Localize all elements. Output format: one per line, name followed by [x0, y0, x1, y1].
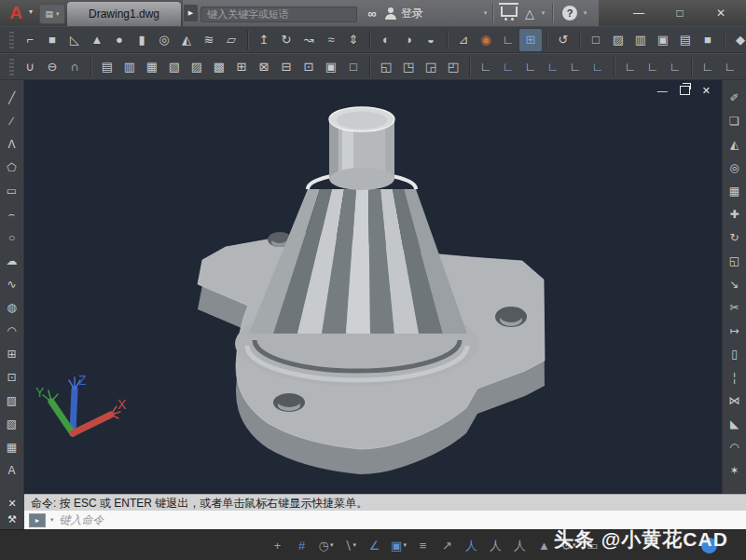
break-icon[interactable]: ▯ [725, 344, 745, 364]
help-caret-icon[interactable]: ▾ [580, 0, 589, 26]
lineweight-icon[interactable]: ≡ [412, 535, 434, 555]
construction-line-icon[interactable]: ∕ [2, 111, 22, 131]
wedge-icon[interactable]: ◺ [63, 29, 86, 51]
polyline-icon[interactable]: Λ [2, 134, 22, 155]
ortho-mode-icon[interactable]: ∖▾ [339, 535, 361, 555]
presspull-icon[interactable]: ⇕ [342, 29, 365, 51]
object-snap-caret-icon[interactable]: ▾ [403, 541, 407, 549]
autocad-logo-icon[interactable]: A [5, 2, 27, 24]
cone-icon[interactable]: ▲ [86, 29, 108, 51]
shell-icon[interactable]: ◳ [397, 56, 420, 78]
extract-edges-icon[interactable]: ◰ [442, 56, 464, 78]
snap-mode-caret-icon[interactable]: ▾ [330, 541, 334, 549]
extend-icon[interactable]: ↦ [725, 321, 745, 341]
ucs-view-icon[interactable]: ∟ [619, 56, 642, 78]
helix-icon[interactable]: ≋ [198, 29, 220, 51]
app-menu-caret-icon[interactable]: ▾ [29, 7, 33, 16]
trim-icon[interactable]: ✂ [725, 297, 745, 318]
vs-realistic-icon[interactable]: ▣ [652, 29, 674, 51]
ucs-icon[interactable]: ∟ [475, 56, 497, 78]
color-faces-icon[interactable]: ⊠ [253, 56, 275, 78]
join-icon[interactable]: ⋈ [725, 390, 745, 411]
command-input[interactable] [58, 512, 435, 527]
close-button[interactable]: ✕ [703, 0, 739, 26]
ucs-icon[interactable]: Z Y X [35, 373, 127, 433]
offset-faces-icon[interactable]: ▦ [141, 56, 163, 78]
loft-icon[interactable]: ≈ [320, 29, 342, 51]
user-icon[interactable] [383, 0, 398, 26]
cylinder-icon[interactable]: ▮ [131, 29, 153, 51]
intersect-solid-icon[interactable]: ∩ [63, 56, 86, 78]
app-store-cart-icon[interactable] [499, 0, 519, 26]
ucs-x-icon[interactable]: ∟ [642, 56, 664, 78]
union-solid-icon[interactable]: ∪ [19, 56, 41, 78]
file-tab[interactable]: Drawing1.dwg [67, 2, 181, 26]
workspace-menu-button[interactable]: ▤▾ [39, 4, 65, 24]
circle-icon[interactable]: ○ [2, 227, 22, 248]
vs-edges-1-icon[interactable]: ◆ [729, 29, 746, 51]
ortho-mode-caret-icon[interactable]: ▾ [352, 541, 356, 549]
copy-icon[interactable]: ❏ [725, 111, 745, 131]
fillet-icon[interactable]: ◠ [725, 437, 745, 458]
ucs-origin-icon[interactable]: ∟ [542, 56, 564, 78]
polysolid-icon[interactable]: ⌐ [19, 29, 41, 51]
ellipse-icon[interactable]: ◍ [2, 297, 22, 318]
imprint-icon[interactable]: ▣ [320, 56, 342, 78]
revolve-icon[interactable]: ↻ [275, 29, 297, 51]
viewport-config-icon[interactable]: ⊞ [519, 29, 542, 51]
ucs-world-icon[interactable]: ∟ [497, 56, 519, 78]
erase-icon[interactable]: ✐ [725, 88, 745, 108]
array-icon[interactable]: ▦ [725, 181, 745, 201]
object-snap-icon[interactable]: ▣▾ [388, 535, 409, 555]
app-caret-icon[interactable]: ▾ [538, 0, 547, 26]
check-icon[interactable]: ◲ [420, 56, 442, 78]
search-binoculars-icon[interactable]: ∞ [363, 0, 381, 26]
dynamic-input-icon[interactable]: 人 [509, 535, 531, 555]
ucs-face-icon[interactable]: ∟ [587, 56, 609, 78]
union-icon[interactable]: ◐ [375, 29, 397, 51]
command-prompt-icon[interactable]: ▸ [29, 513, 46, 527]
chamfer-icon[interactable]: ◣ [725, 414, 745, 434]
copy-edges-icon[interactable]: ⊟ [275, 56, 297, 78]
snap-to-grid-icon[interactable]: + [267, 535, 288, 555]
maximize-button[interactable]: □ [662, 0, 698, 26]
3d-align-icon[interactable]: ⊿ [452, 29, 475, 51]
stretch-icon[interactable]: ↘ [725, 274, 745, 294]
recent-commands-caret-icon[interactable]: ▾ [50, 516, 54, 524]
wrench-icon[interactable]: ⚒ [7, 513, 17, 526]
rectangle-icon[interactable]: ▭ [2, 181, 22, 201]
doc-restore-button[interactable] [680, 86, 690, 95]
ucs-object-icon[interactable]: ∟ [564, 56, 587, 78]
move-icon[interactable]: ✚ [725, 204, 745, 225]
vs-hidden-icon[interactable]: ▥ [629, 29, 652, 51]
color-edges-icon[interactable]: ⊡ [297, 56, 320, 78]
annotation-visibility-icon[interactable]: ▲ [533, 535, 555, 555]
break-at-point-icon[interactable]: ¦ [725, 367, 745, 388]
minimize-button[interactable]: — [621, 0, 656, 26]
vs-conceptual-icon[interactable]: ▤ [674, 29, 697, 51]
ellipse-arc-icon[interactable]: ◠ [2, 321, 22, 341]
drawing-canvas[interactable]: — ✕ [24, 80, 722, 494]
3d-object-snap-icon[interactable]: 人 [461, 535, 482, 555]
rotate-faces-icon[interactable]: ▨ [186, 56, 208, 78]
arc-icon[interactable]: ⌢ [2, 204, 22, 225]
sign-in-button[interactable]: 登录 [401, 0, 423, 26]
ucs-previous-icon[interactable]: ∟ [519, 56, 542, 78]
delete-faces-icon[interactable]: ▧ [163, 56, 186, 78]
dynamic-ucs-icon[interactable]: 人 [485, 535, 506, 555]
constrained-orbit-icon[interactable]: ◉ [475, 29, 497, 51]
toolbar-grip[interactable] [9, 32, 14, 48]
planar-surface-icon[interactable]: ▱ [220, 29, 242, 51]
pyramid-icon[interactable]: ◭ [175, 29, 198, 51]
hatch-icon[interactable]: ▨ [2, 390, 22, 411]
doc-close-button[interactable]: ✕ [702, 85, 711, 96]
vs-wireframe-icon[interactable]: ▨ [607, 29, 629, 51]
line-icon[interactable]: ╱ [2, 88, 22, 108]
snap-mode-icon[interactable]: ◷▾ [315, 535, 337, 555]
revision-cloud-icon[interactable]: ☁ [2, 251, 22, 271]
selection-cycling-icon[interactable]: ↗ [436, 535, 458, 555]
explode-icon[interactable]: ✶ [725, 460, 745, 481]
rotate-icon[interactable]: ↻ [725, 227, 745, 248]
extrude-icon[interactable]: ↥ [253, 29, 275, 51]
ucs-3point-icon[interactable]: ∟ [741, 56, 746, 78]
